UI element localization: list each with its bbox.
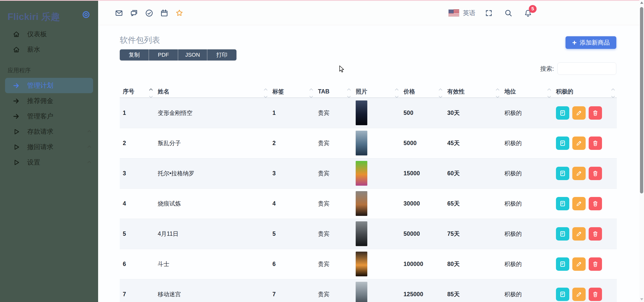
view-button[interactable] [556,167,569,180]
delete-button[interactable] [589,227,602,241]
export-json-button[interactable]: JSON [178,49,207,60]
search-label: 搜索: [540,65,554,73]
scrollbar-down-arrow[interactable] [640,298,643,300]
search-input[interactable] [557,62,616,75]
cell-photo [353,158,400,188]
column-header-有效性[interactable]: 有效性 [444,86,501,98]
table-header-row: 序号姓名标签TAB照片价格有效性地位积极的 [120,86,617,98]
cell-photo [353,249,400,279]
cell-validity: 65天 [444,188,501,219]
edit-button[interactable] [572,197,586,210]
scrollbar-thumb[interactable] [640,7,643,193]
vertical-scrollbar[interactable] [639,0,644,302]
delete-button[interactable] [589,257,602,271]
cell-photo [353,279,400,302]
table-row: 2叛乱分子2贵宾500045天积极的 [120,128,617,158]
main-content: 软件包列表 复制PDFJSON打印 + 添加新商品 搜索: 序号姓名标签TAB照… [98,25,639,302]
cell-actions [553,98,617,128]
sort-carets-icon [150,89,152,97]
star-icon[interactable] [175,9,184,17]
cell-status: 积极的 [501,188,553,219]
row-action-buttons [556,137,614,150]
cell-serial: 7 [120,279,155,302]
delete-button[interactable] [589,288,602,301]
column-header-label: 积极的 [556,88,573,95]
sort-carets-icon [348,89,350,97]
column-header-TAB[interactable]: TAB [315,86,353,98]
export-button-group: 复制PDFJSON打印 [120,49,236,60]
view-button[interactable] [556,257,569,271]
cell-price: 30000 [400,188,444,219]
sidebar-item-仪表板[interactable]: 仪表板 [0,26,98,42]
sort-desc-icon [611,94,615,98]
table-row: 3托尔•拉格纳罗3贵宾1500060天积极的 [120,158,617,188]
delete-button[interactable] [589,106,602,120]
edit-button[interactable] [572,167,586,180]
view-button[interactable] [556,106,569,120]
sidebar-menu: 仪表板薪水应用程序管理计划推荐佣金管理客户存款请求撤回请求设置 [0,26,98,170]
chat-icon[interactable] [130,9,138,17]
cell-validity: 80天 [444,249,501,279]
calendar-icon[interactable] [160,9,169,17]
sidebar-item-薪水[interactable]: 薪水 [0,42,98,57]
sort-desc-icon [439,94,442,98]
delete-button[interactable] [589,137,602,150]
column-header-价格[interactable]: 价格 [400,86,444,98]
export-pdf-button[interactable]: PDF [149,49,178,60]
cell-photo [353,188,400,219]
packages-table: 序号姓名标签TAB照片价格有效性地位积极的 1变形金刚悟空1贵宾50030天积极… [120,86,617,302]
edit-button[interactable] [572,137,586,150]
sidebar-item-撤回请求[interactable]: 撤回请求 [0,139,98,155]
edit-button[interactable] [572,227,586,241]
view-button[interactable] [556,137,569,150]
cell-validity: 45天 [444,128,501,158]
language-selector[interactable]: 英语 [463,9,475,17]
column-header-标签[interactable]: 标签 [269,86,315,98]
view-button[interactable] [556,197,569,210]
home-icon [12,30,21,38]
check-circle-icon[interactable] [145,9,153,17]
edit-button[interactable] [572,257,586,271]
us-flag-icon[interactable] [448,9,459,17]
delete-button[interactable] [589,197,602,210]
play-outline-icon [12,128,21,136]
cell-validity: 75天 [444,219,501,249]
sidebar-item-设置[interactable]: 设置 [0,155,98,170]
cell-tag: 4 [269,188,315,219]
play-outline-icon [12,159,21,166]
search-icon[interactable] [504,9,513,17]
top-accent-line [0,0,644,1]
cell-tag: 2 [269,128,315,158]
column-header-序号[interactable]: 序号 [120,86,155,98]
column-header-积极的[interactable]: 积极的 [553,86,617,98]
sidebar-item-管理客户[interactable]: 管理客户 [0,109,98,124]
delete-button[interactable] [589,167,602,180]
edit-button[interactable] [572,288,586,301]
record-circle-icon[interactable] [82,11,90,19]
column-header-照片[interactable]: 照片 [353,86,400,98]
cell-serial: 1 [120,98,155,128]
notifications-bell[interactable]: 5 [524,9,532,17]
export-打印-button[interactable]: 打印 [207,49,236,60]
add-new-item-button[interactable]: + 添加新商品 [566,36,616,49]
sidebar-item-管理计划[interactable]: 管理计划 [5,78,93,93]
sort-asc-icon [395,88,398,92]
cell-name: 变形金刚悟空 [155,98,269,128]
edit-button[interactable] [572,106,586,120]
mail-icon[interactable] [115,9,123,17]
sidebar-item-label: 存款请求 [27,127,53,136]
cell-status: 积极的 [501,249,553,279]
cell-tab: 贵宾 [315,249,353,279]
view-button[interactable] [556,227,569,241]
fullscreen-icon[interactable] [485,9,493,17]
column-header-地位[interactable]: 地位 [501,86,553,98]
row-action-buttons [556,227,614,241]
sort-asc-icon [149,88,153,92]
scrollbar-up-arrow[interactable] [640,2,643,4]
view-button[interactable] [556,288,569,301]
column-header-姓名[interactable]: 姓名 [155,86,269,98]
sidebar-item-存款请求[interactable]: 存款请求 [0,124,98,139]
export-复制-button[interactable]: 复制 [120,49,149,60]
sidebar-item-推荐佣金[interactable]: 推荐佣金 [0,93,98,109]
table-row: 7移动迷宫7贵宾12500085天积极的 [120,279,617,302]
